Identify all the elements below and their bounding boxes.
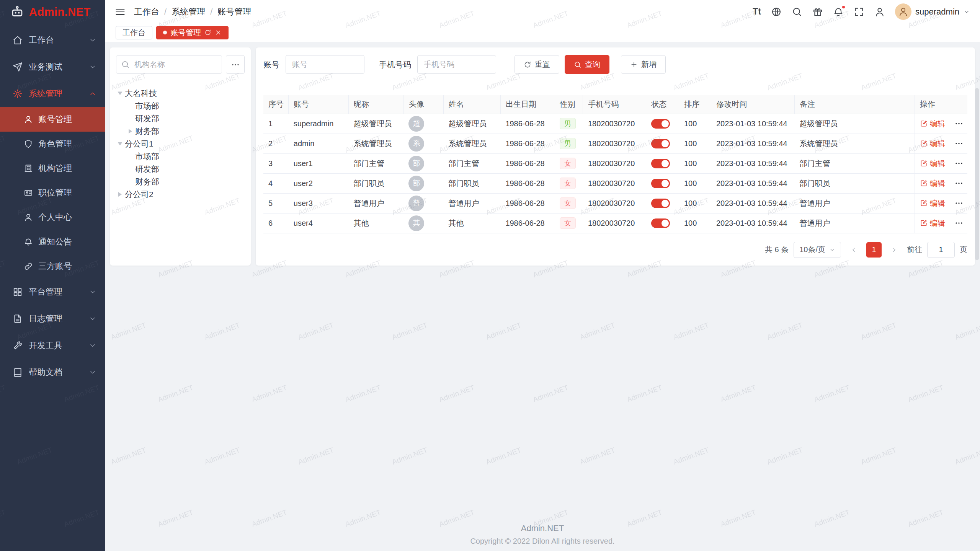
status-toggle[interactable]: [651, 139, 670, 148]
cell-nickname: 部门主管: [349, 153, 404, 173]
chevron-down-icon: [89, 315, 96, 323]
edit-button[interactable]: 编辑: [920, 158, 945, 169]
tree-node[interactable]: 市场部: [116, 99, 245, 112]
sidebar-subitem-notice-announcement[interactable]: 通知公告: [0, 230, 105, 254]
cell-name: 部门职员: [444, 173, 501, 193]
more-actions-button[interactable]: [954, 159, 964, 168]
tree-caret-icon[interactable]: [129, 129, 132, 134]
sidebar-subitem-third-party-account[interactable]: 三方账号: [0, 254, 105, 279]
notification-bell-icon[interactable]: [833, 7, 844, 17]
status-toggle[interactable]: [651, 119, 670, 129]
tree-node-label: 财务部: [135, 176, 159, 187]
prev-page-button[interactable]: [846, 242, 861, 258]
more-actions-button[interactable]: [954, 179, 964, 188]
sidebar-item-platform-management[interactable]: 平台管理: [0, 279, 105, 305]
edit-icon: [920, 199, 928, 207]
sidebar-item-log-management[interactable]: 日志管理: [0, 305, 105, 332]
sidebar-item-label: 业务测试: [29, 61, 83, 73]
sidebar-subitem-personal-center[interactable]: 个人中心: [0, 205, 105, 230]
next-page-button[interactable]: [887, 242, 902, 258]
sidebar-item-system-management[interactable]: 系统管理: [0, 80, 105, 107]
tree-caret-icon[interactable]: [118, 91, 122, 95]
sidebar-item-workbench[interactable]: 工作台: [0, 27, 105, 54]
cell-remark: 部门职员: [795, 173, 915, 193]
tree-node[interactable]: 分公司2: [116, 188, 245, 201]
sidebar-subitem-account-management[interactable]: 账号管理: [0, 107, 105, 132]
scrollbar-thumb[interactable]: [975, 88, 979, 260]
fullscreen-icon[interactable]: [854, 7, 864, 17]
tab-refresh-icon[interactable]: [204, 29, 211, 36]
phone-filter-input[interactable]: [417, 55, 496, 74]
tree-node[interactable]: 大名科技: [116, 87, 245, 99]
status-toggle[interactable]: [651, 159, 670, 168]
tree-caret-icon[interactable]: [118, 192, 122, 197]
edit-button[interactable]: 编辑: [920, 139, 945, 149]
cell-avatar: 普: [403, 193, 443, 213]
cell-order: 100: [679, 134, 711, 153]
more-actions-button[interactable]: [954, 119, 964, 128]
user-avatar: [895, 3, 911, 20]
cell-account: user1: [289, 153, 349, 173]
more-actions-button[interactable]: [954, 199, 964, 208]
user-menu[interactable]: superadmin: [895, 3, 970, 20]
cell-index: 2: [263, 134, 289, 153]
more-actions-button[interactable]: [954, 139, 964, 148]
tree-caret-placeholder: [129, 167, 132, 171]
reset-label: 重置: [535, 59, 550, 70]
page-size-select[interactable]: 10条/页: [794, 242, 841, 258]
sidebar-item-business-test[interactable]: 业务测试: [0, 54, 105, 80]
cell-name: 普通用户: [444, 193, 501, 213]
sidebar-item-help-docs[interactable]: 帮助文档: [0, 359, 105, 386]
sidebar-subitem-org-management[interactable]: 机构管理: [0, 156, 105, 181]
edit-button[interactable]: 编辑: [920, 218, 945, 228]
sidebar-subitem-role-management[interactable]: 角色管理: [0, 132, 105, 156]
org-name-input[interactable]: [116, 55, 222, 74]
tree-caret-icon[interactable]: [118, 142, 122, 145]
tree-node[interactable]: 分公司1: [116, 137, 245, 150]
sidebar-subitem-label: 机构管理: [38, 163, 72, 174]
reset-button[interactable]: 重置: [514, 55, 559, 74]
search-icon[interactable]: [792, 7, 802, 17]
language-icon[interactable]: [771, 7, 782, 17]
theme-gift-icon[interactable]: [812, 7, 823, 17]
edit-button[interactable]: 编辑: [920, 119, 945, 129]
tree-node[interactable]: 市场部: [116, 150, 245, 163]
font-size-icon[interactable]: Tt: [753, 7, 761, 16]
cell-account: user4: [289, 213, 349, 233]
user-icon: [24, 115, 33, 124]
profile-icon[interactable]: [874, 7, 885, 17]
edit-button[interactable]: 编辑: [920, 198, 945, 209]
tree-node[interactable]: 财务部: [116, 175, 245, 188]
breadcrumb-item[interactable]: 账号管理: [217, 6, 251, 18]
menu-collapse-icon[interactable]: [115, 7, 126, 17]
status-toggle[interactable]: [651, 199, 670, 208]
account-filter-input[interactable]: [286, 55, 364, 74]
tab-workbench[interactable]: 工作台: [116, 26, 152, 39]
tree-node[interactable]: 研发部: [116, 112, 245, 125]
breadcrumb-item[interactable]: 系统管理: [172, 6, 205, 18]
sidebar-item-dev-tools[interactable]: 开发工具: [0, 332, 105, 359]
goto-page-input[interactable]: [927, 242, 955, 258]
breadcrumb-item[interactable]: 工作台: [134, 6, 159, 18]
tree-node[interactable]: 研发部: [116, 163, 245, 175]
more-actions-button[interactable]: [954, 218, 964, 228]
tree-caret-placeholder: [129, 179, 132, 184]
page-number-1[interactable]: 1: [866, 242, 882, 258]
account-row: 2admin系统管理员系系统管理员1986-06-28男180200307201…: [263, 134, 967, 153]
tree-node[interactable]: 财务部: [116, 125, 245, 137]
person-icon: [24, 213, 33, 222]
sidebar-subitem-position-management[interactable]: 职位管理: [0, 181, 105, 205]
chevron-up-icon: [89, 90, 96, 98]
search-button[interactable]: 查询: [565, 55, 609, 74]
tab-account-management[interactable]: 账号管理: [156, 26, 229, 39]
tab-close-icon[interactable]: [215, 29, 222, 36]
status-toggle[interactable]: [651, 218, 670, 228]
app-logo[interactable]: Admin.NET: [0, 0, 105, 24]
add-button[interactable]: 新增: [621, 55, 666, 74]
org-more-button[interactable]: [226, 55, 245, 74]
status-toggle[interactable]: [651, 179, 670, 188]
sidebar-subitem-label: 角色管理: [38, 138, 72, 150]
gender-badge: 女: [560, 178, 576, 189]
edit-button[interactable]: 编辑: [920, 178, 945, 189]
cell-remark: 普通用户: [795, 193, 915, 213]
